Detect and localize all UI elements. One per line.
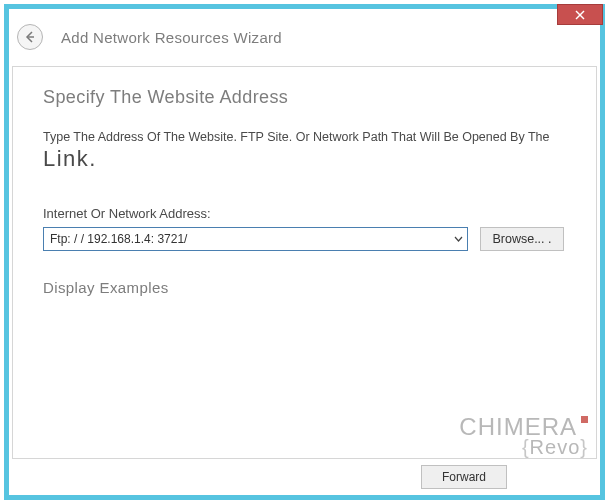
browse-label: Browse... . [492, 232, 551, 246]
close-button[interactable] [557, 4, 603, 25]
address-label: Internet Or Network Address: [43, 206, 566, 221]
examples-link[interactable]: Display Examples [43, 279, 566, 296]
window-frame: Add Network Resources Wizard Specify The… [4, 4, 605, 500]
close-icon [575, 10, 585, 20]
dropdown-button[interactable] [449, 236, 467, 242]
forward-button[interactable]: Forward [421, 465, 507, 489]
watermark-dot-icon [581, 416, 588, 423]
wizard-content: Specify The Website Address Type The Add… [12, 66, 597, 459]
wizard-title: Add Network Resources Wizard [61, 29, 282, 46]
watermark-line1: CHIMERA [459, 413, 577, 440]
browse-button[interactable]: Browse... . [480, 227, 564, 251]
address-row: Browse... . [43, 227, 566, 251]
address-combobox[interactable] [43, 227, 468, 251]
watermark-line2: Revo [530, 436, 581, 458]
instruction-line1: Type The Address Of The Website. FTP Sit… [43, 130, 549, 144]
back-button[interactable] [17, 24, 43, 50]
watermark: CHIMERA {Revo} [459, 416, 588, 456]
wizard-footer: Forward [12, 459, 597, 495]
bracket-icon: } [580, 436, 588, 458]
page-heading: Specify The Website Address [43, 87, 566, 108]
wizard-header: Add Network Resources Wizard [9, 9, 600, 65]
bracket-icon: { [522, 436, 530, 458]
back-arrow-icon [23, 30, 37, 44]
forward-label: Forward [442, 470, 486, 484]
address-input[interactable] [44, 228, 449, 250]
instruction-line2: Link. [43, 145, 566, 173]
chevron-down-icon [454, 236, 463, 242]
instruction-text: Type The Address Of The Website. FTP Sit… [43, 130, 566, 172]
